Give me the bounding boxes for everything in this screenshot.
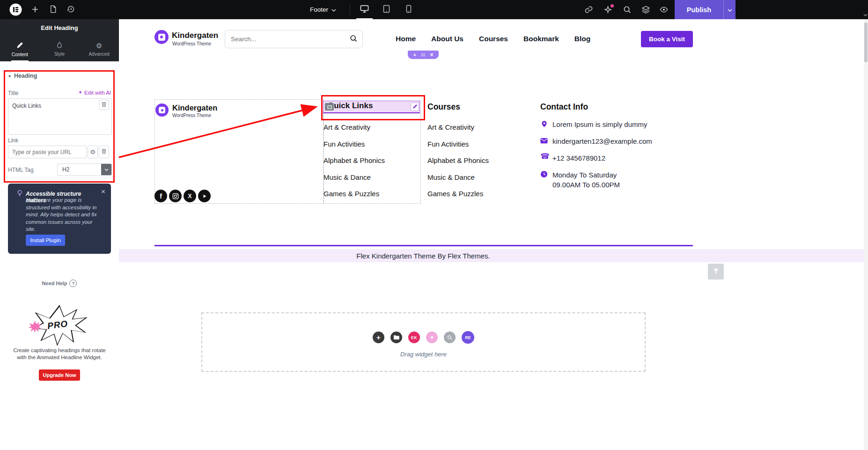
site-search-box	[225, 30, 363, 48]
delete-section-icon[interactable]: ×	[427, 51, 436, 59]
nav-blog[interactable]: Blog	[574, 35, 590, 43]
ai-sparkle-icon[interactable]: ✶	[426, 332, 438, 343]
desktop-view-button[interactable]	[353, 0, 375, 19]
site-search-button[interactable]	[345, 30, 362, 48]
link-options-button[interactable]: ⚙	[88, 146, 98, 158]
clock-icon	[540, 170, 548, 180]
social-links: f X	[154, 190, 211, 202]
ai-assistant-button[interactable]	[603, 5, 613, 15]
publish-button[interactable]: Publish	[675, 0, 723, 19]
page-settings-button[interactable]	[48, 5, 58, 15]
pencil-icon	[16, 42, 23, 50]
footer-link[interactable]: Fun Activities	[427, 140, 469, 148]
layers-icon	[642, 6, 650, 15]
publish-options-button[interactable]	[723, 0, 736, 19]
nav-bookmark[interactable]: Bookmark	[523, 35, 559, 43]
footer-divider	[154, 245, 693, 246]
youtube-icon[interactable]	[198, 190, 211, 202]
upgrade-now-button[interactable]: Upgrade Now	[39, 369, 80, 381]
close-icon[interactable]: ×	[101, 187, 105, 195]
drag-section-icon[interactable]	[419, 51, 427, 59]
templates-folder-icon[interactable]	[390, 332, 402, 343]
arrow-up-icon	[713, 267, 720, 276]
tab-advanced[interactable]: ⚙ Advanced	[79, 37, 119, 61]
footer-link[interactable]: Art & Creativity	[427, 123, 474, 131]
elementor-menu-button[interactable]	[9, 3, 22, 17]
history-button[interactable]	[66, 5, 76, 15]
scrollbar-thumb[interactable]	[864, 22, 868, 62]
edit-with-ai-button[interactable]: ✶ Edit with AI	[78, 89, 111, 96]
footer-link[interactable]: Alphabet & Phonics	[427, 156, 489, 164]
install-plugin-button[interactable]: Install Plugin	[26, 235, 65, 246]
edit-widget-button[interactable]	[411, 103, 419, 111]
quick-links-heading[interactable]: Quick Links	[328, 101, 373, 111]
add-section-icon[interactable]: +	[411, 51, 419, 59]
document-switcher[interactable]: Footer	[310, 0, 336, 19]
nav-courses[interactable]: Courses	[479, 35, 508, 43]
tablet-view-button[interactable]	[375, 0, 397, 19]
elementor-editor: Footer	[0, 0, 868, 450]
structure-button[interactable]	[640, 5, 651, 15]
footer-link[interactable]: Art & Creativity	[324, 123, 370, 131]
contact-email[interactable]: kindergarten123@example.com	[552, 137, 652, 145]
clear-title-button[interactable]	[99, 100, 109, 110]
add-widget-icon[interactable]: +	[373, 332, 384, 343]
site-search-input[interactable]	[225, 36, 345, 43]
instagram-icon[interactable]	[169, 190, 182, 202]
link-icon	[585, 6, 593, 15]
edit-with-ai-label: Edit with AI	[84, 90, 111, 96]
tab-style[interactable]: Style	[40, 37, 80, 61]
footer-link[interactable]: Music & Dance	[427, 173, 475, 181]
tab-label: Advanced	[88, 52, 109, 57]
responsive-switcher	[353, 0, 419, 19]
tab-content[interactable]: Content	[0, 37, 40, 61]
heading-widget-icon	[327, 103, 332, 111]
elementor-logo-icon	[9, 10, 22, 17]
notice-body: Make sure your page is structured with a…	[26, 197, 100, 233]
widget-drag-handle[interactable]	[325, 103, 334, 111]
book-a-visit-button[interactable]: Book a Visit	[641, 31, 693, 47]
phone-icon: ☎	[540, 153, 550, 160]
title-field-label: Title	[8, 90, 18, 96]
mobile-view-button[interactable]	[397, 0, 419, 19]
nav-home[interactable]: Home	[396, 35, 416, 43]
heading-section-toggle[interactable]: ▾ Heading	[8, 73, 37, 79]
link-field-label: Link	[8, 137, 18, 144]
need-help[interactable]: Need Help ?	[0, 280, 119, 287]
paint-drop-icon	[56, 42, 63, 49]
caret-down-icon: ▾	[8, 74, 11, 79]
clear-link-button[interactable]	[99, 146, 109, 158]
add-element-button[interactable]	[30, 5, 40, 15]
paint-bucket-icon[interactable]	[444, 332, 456, 343]
title-input[interactable]: Quick Links	[8, 98, 112, 135]
trash-icon	[101, 102, 107, 109]
footer-link[interactable]: Games & Puzzles	[324, 190, 379, 198]
footer-brand-tagline: WordPress Theme	[172, 113, 211, 118]
scroll-to-top-button[interactable]	[708, 264, 724, 280]
royal-addons-icon[interactable]: RE	[462, 331, 474, 344]
trash-icon	[101, 148, 107, 155]
footer-link[interactable]: Music & Dance	[324, 173, 371, 181]
link-url-input[interactable]	[8, 146, 87, 158]
contact-phone[interactable]: +12 3456789012	[552, 154, 605, 162]
sparkle-icon: ✶	[78, 89, 82, 96]
nav-about-us[interactable]: About Us	[431, 35, 463, 43]
panel-title: Edit Heading	[0, 19, 119, 37]
scrollbar-track[interactable]	[864, 19, 868, 450]
copy-link-button[interactable]	[583, 5, 594, 15]
drag-widget-area[interactable]: + EK ✶ RE Drag widget here	[201, 312, 646, 372]
site-brand-name[interactable]: Kindergaten	[172, 31, 218, 40]
facebook-icon[interactable]: f	[154, 190, 167, 202]
footer-link[interactable]: Fun Activities	[324, 140, 365, 148]
location-pin-icon	[541, 120, 548, 130]
elementskit-icon[interactable]: EK	[408, 332, 420, 343]
finder-search-button[interactable]	[622, 5, 632, 15]
footer-link[interactable]: Games & Puzzles	[427, 190, 483, 198]
html-tag-select[interactable]: H2	[57, 163, 112, 176]
gear-icon: ⚙	[90, 149, 96, 155]
scrollbar-arrow-icon	[863, 12, 868, 17]
site-logo-icon[interactable]	[154, 30, 169, 44]
x-twitter-icon[interactable]: X	[184, 190, 196, 202]
footer-link[interactable]: Alphabet & Phonics	[324, 156, 385, 164]
preview-button[interactable]	[659, 5, 669, 15]
